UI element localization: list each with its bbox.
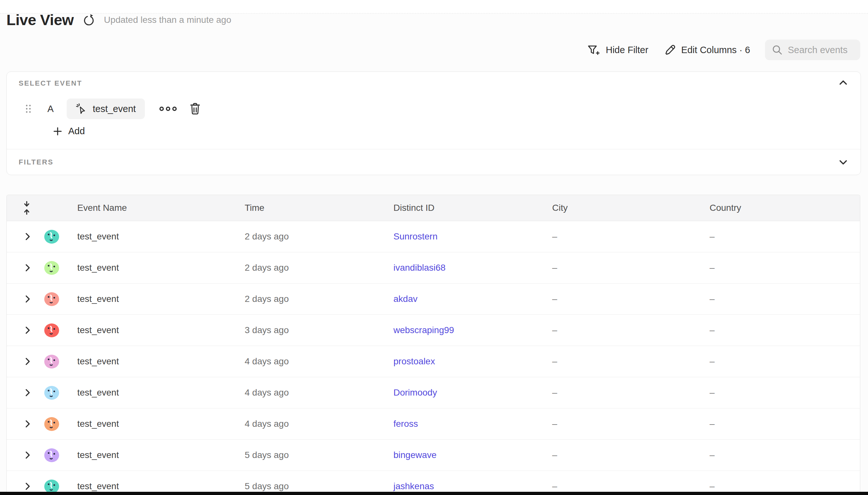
- event-more-options-button[interactable]: [159, 106, 177, 112]
- cell-country: –: [710, 315, 715, 346]
- cell-event-name: test_event: [77, 221, 119, 252]
- cell-time: 4 days ago: [245, 408, 289, 439]
- header-city: City: [552, 195, 567, 221]
- header-distinct-id: Distinct ID: [393, 195, 435, 221]
- hide-filter-button[interactable]: Hide Filter: [587, 43, 648, 57]
- cell-event-name: test_event: [77, 471, 119, 495]
- table-row[interactable]: test_event 5 days ago bingewave – –: [7, 440, 860, 471]
- cell-time: 3 days ago: [245, 315, 289, 346]
- cell-time: 5 days ago: [245, 440, 289, 471]
- distinct-id-link[interactable]: akdav: [393, 294, 418, 304]
- three-circles-icon: [159, 106, 177, 112]
- chevron-right-icon: [24, 482, 31, 491]
- cell-time: 2 days ago: [245, 221, 289, 252]
- search-box[interactable]: [765, 39, 860, 60]
- arrows-inward-icon: [22, 201, 32, 215]
- expand-row-button[interactable]: [24, 232, 31, 241]
- hide-filter-label: Hide Filter: [606, 45, 648, 55]
- event-letter-label: A: [47, 104, 54, 114]
- user-avatar: [44, 354, 59, 369]
- funnel-plus-icon: [587, 43, 600, 57]
- expand-row-button[interactable]: [24, 263, 31, 272]
- expand-row-button[interactable]: [24, 482, 31, 491]
- table-row[interactable]: test_event 4 days ago prostoalex – –: [7, 346, 860, 377]
- expand-row-button[interactable]: [24, 420, 31, 428]
- cell-city: –: [552, 471, 557, 495]
- expand-row-button[interactable]: [24, 326, 31, 335]
- events-table: Event Name Time Distinct ID City Country: [6, 195, 860, 495]
- expand-row-button[interactable]: [24, 388, 31, 397]
- trash-icon: [189, 102, 201, 115]
- event-row-a: A test_event: [7, 98, 861, 119]
- refresh-icon: [82, 13, 96, 27]
- table-row[interactable]: test_event 2 days ago Sunrostern – –: [7, 221, 860, 252]
- cell-time: 4 days ago: [245, 346, 289, 377]
- cell-country: –: [710, 408, 715, 439]
- query-builder-card: SELECT EVENT A: [6, 71, 861, 175]
- add-event-button[interactable]: Add: [52, 126, 85, 136]
- select-event-label: SELECT EVENT: [19, 79, 82, 87]
- distinct-id-link[interactable]: feross: [393, 419, 418, 429]
- cell-event-name: test_event: [77, 346, 119, 377]
- search-events-input[interactable]: [788, 45, 854, 55]
- expand-row-button[interactable]: [24, 294, 31, 304]
- table-row[interactable]: test_event 4 days ago Dorimoody – –: [7, 377, 860, 408]
- distinct-id-link[interactable]: bingewave: [393, 450, 437, 460]
- expand-row-button[interactable]: [24, 450, 31, 460]
- user-avatar: [44, 323, 59, 338]
- chevron-right-icon: [24, 420, 31, 428]
- updated-status: Updated less than a minute ago: [104, 15, 231, 25]
- edit-columns-button[interactable]: Edit Columns · 6: [663, 44, 750, 56]
- cell-event-name: test_event: [77, 284, 119, 314]
- cell-city: –: [552, 346, 557, 377]
- expand-filters-button[interactable]: [837, 156, 850, 169]
- delete-event-button[interactable]: [189, 102, 201, 115]
- refresh-button[interactable]: [82, 13, 96, 27]
- table-row[interactable]: test_event 4 days ago feross – –: [7, 408, 860, 440]
- chevron-right-icon: [24, 294, 31, 304]
- cell-country: –: [710, 252, 715, 283]
- drag-handle-icon[interactable]: [25, 103, 32, 115]
- search-icon: [771, 44, 783, 56]
- distinct-id-link[interactable]: ivandiblasi68: [393, 262, 446, 273]
- distinct-id-link[interactable]: Dorimoody: [393, 388, 437, 398]
- expand-row-button[interactable]: [24, 357, 31, 366]
- chevron-right-icon: [24, 388, 31, 397]
- user-avatar: [44, 292, 59, 307]
- cell-city: –: [552, 408, 557, 439]
- header-time: Time: [245, 195, 264, 221]
- distinct-id-link[interactable]: webscraping99: [393, 325, 454, 335]
- page-header: Live View Updated less than a minute ago: [6, 11, 231, 29]
- toolbar: Hide Filter Edit Columns · 6: [587, 39, 860, 61]
- table-row[interactable]: test_event 2 days ago akdav – –: [7, 284, 860, 315]
- distinct-id-link[interactable]: prostoalex: [393, 356, 435, 366]
- table-row[interactable]: test_event 3 days ago webscraping99 – –: [7, 315, 860, 346]
- chevron-right-icon: [24, 450, 31, 460]
- cell-event-name: test_event: [77, 377, 119, 408]
- cell-city: –: [552, 252, 557, 283]
- user-avatar: [44, 416, 59, 432]
- user-avatar: [44, 229, 59, 244]
- distinct-id-link[interactable]: jashkenas: [393, 481, 434, 492]
- chevron-up-icon: [837, 76, 849, 89]
- collapse-all-rows-button[interactable]: [22, 201, 32, 215]
- table-row[interactable]: test_event 2 days ago ivandiblasi68 – –: [7, 252, 860, 284]
- cell-city: –: [552, 377, 557, 408]
- distinct-id-link[interactable]: Sunrostern: [393, 232, 438, 242]
- collapse-section-button[interactable]: [837, 76, 850, 89]
- cell-city: –: [552, 440, 557, 471]
- cell-country: –: [710, 346, 715, 377]
- select-event-section: SELECT EVENT A: [7, 72, 861, 149]
- header-event-name: Event Name: [77, 195, 127, 221]
- page-title: Live View: [6, 11, 74, 29]
- cell-time: 2 days ago: [245, 252, 289, 283]
- cell-country: –: [710, 440, 715, 471]
- plus-icon: [52, 126, 63, 136]
- edit-columns-label: Edit Columns · 6: [681, 45, 750, 55]
- cell-time: 5 days ago: [245, 471, 289, 495]
- event-selector-button[interactable]: test_event: [67, 99, 145, 119]
- cell-event-name: test_event: [77, 252, 119, 283]
- table-row[interactable]: test_event 5 days ago jashkenas – –: [7, 471, 860, 495]
- filters-section: FILTERS: [7, 149, 861, 175]
- cell-country: –: [710, 284, 715, 314]
